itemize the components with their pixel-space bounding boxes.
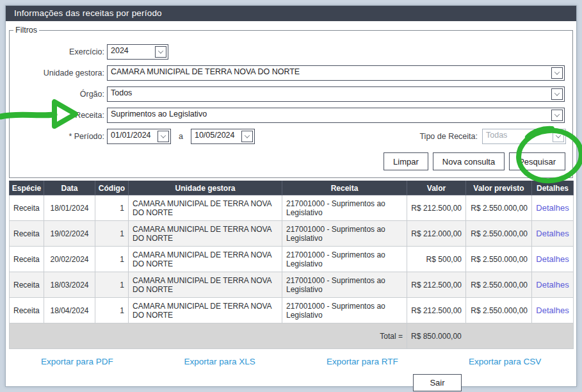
cell-valor: R$ 212.000,00	[407, 221, 466, 247]
chevron-down-icon	[158, 131, 169, 142]
periodo-to-value: 10/05/2024	[191, 129, 240, 143]
header-detalhes: Detalhes	[532, 181, 574, 195]
export-xls-link[interactable]: Exportar para XLS	[149, 357, 291, 366]
header-data: Data	[44, 181, 95, 195]
periodo-to-select[interactable]: 10/05/2024	[191, 129, 255, 144]
cell-codigo: 1	[95, 298, 129, 323]
export-links-row: Exportar para PDF Exportar para XLS Expo…	[6, 357, 576, 366]
nova-consulta-button[interactable]: Nova consulta	[433, 152, 505, 170]
exercicio-value: 2024	[108, 45, 154, 59]
detalhes-link[interactable]: Detalhes	[536, 203, 569, 213]
filter-buttons-row: Limpar Nova consulta Pesquisar	[11, 152, 566, 170]
filters-legend: Filtros	[13, 26, 39, 35]
detalhes-link[interactable]: Detalhes	[536, 280, 569, 290]
header-especie: Espécie	[10, 181, 44, 195]
cell-data: 18/01/2024	[44, 195, 95, 221]
cell-especie: Receita	[10, 298, 44, 323]
cell-unidade-gestora: CAMARA MUNICIPAL DE TERRA NOVA DO NORTE	[129, 298, 282, 323]
table-row: Receita18/04/20241CAMARA MUNICIPAL DE TE…	[10, 298, 574, 323]
chevron-down-icon	[551, 110, 563, 121]
cell-data: 19/02/2024	[44, 221, 95, 247]
tipo-receita-value: Todas	[483, 129, 551, 143]
cell-valor: R$ 500,00	[407, 247, 466, 272]
cell-codigo: 1	[95, 247, 129, 272]
table-row: Receita19/02/20241CAMARA MUNICIPAL DE TE…	[10, 221, 574, 247]
detalhes-link[interactable]: Detalhes	[536, 254, 569, 264]
cell-unidade-gestora: CAMARA MUNICIPAL DE TERRA NOVA DO NORTE	[129, 247, 282, 272]
unidade-gestora-row: Unidade gestora: CAMARA MUNICIPAL DE TER…	[11, 65, 566, 81]
detalhes-link[interactable]: Detalhes	[536, 306, 569, 315]
unidade-gestora-value: CAMARA MUNICIPAL DE TERRA NOVA DO NORTE	[108, 66, 550, 80]
chevron-down-icon	[241, 131, 253, 142]
pesquisar-button[interactable]: Pesquisar	[509, 152, 565, 170]
tipo-receita-label: Tipo de Receita:	[419, 132, 482, 141]
cell-codigo: 1	[95, 195, 129, 221]
orgao-select[interactable]: Todos	[107, 86, 565, 102]
cell-valor-previsto: R$ 2.550.000,00	[466, 195, 532, 221]
sair-button[interactable]: Sair	[413, 374, 462, 391]
detalhes-link[interactable]: Detalhes	[536, 229, 569, 238]
receita-label: Receita:	[11, 111, 107, 120]
cell-valor: R$ 212.500,00	[407, 298, 466, 323]
results-table-body: Receita18/01/20241CAMARA MUNICIPAL DE TE…	[10, 195, 574, 323]
unidade-gestora-select[interactable]: CAMARA MUNICIPAL DE TERRA NOVA DO NORTE	[107, 65, 565, 81]
cell-codigo: 1	[95, 272, 129, 298]
cell-valor-previsto: R$ 2.550.000,00	[466, 247, 532, 272]
chevron-down-icon	[551, 88, 563, 100]
receita-row: Receita: Suprimentos ao Legislativo	[11, 108, 566, 123]
results-table-footer: Total = R$ 850.000,00	[10, 323, 574, 349]
chevron-down-icon	[155, 46, 166, 58]
cell-unidade-gestora: CAMARA MUNICIPAL DE TERRA NOVA DO NORTE	[129, 221, 282, 247]
cell-detalhes: Detalhes	[532, 195, 574, 221]
total-label: Total =	[10, 323, 407, 349]
cell-data: 20/02/2024	[44, 247, 95, 272]
tipo-receita-select[interactable]: Todas	[482, 129, 566, 144]
table-row: Receita18/01/20241CAMARA MUNICIPAL DE TE…	[10, 195, 574, 221]
periodo-from-select[interactable]: 01/01/2024	[107, 129, 171, 144]
cell-especie: Receita	[10, 247, 44, 272]
app-window: Informações das receitas por período Fil…	[5, 5, 577, 387]
export-csv-link[interactable]: Exportar para CSV	[433, 357, 576, 366]
cell-valor-previsto: R$ 2.550.000,00	[466, 221, 532, 247]
table-row: Receita18/03/20241CAMARA MUNICIPAL DE TE…	[10, 272, 574, 298]
exercicio-label: Exercício:	[11, 47, 107, 56]
limpar-button[interactable]: Limpar	[384, 152, 428, 170]
cell-detalhes: Detalhes	[532, 247, 574, 272]
orgao-label: Órgão:	[11, 90, 107, 99]
header-valor-previsto: Valor previsto	[466, 181, 532, 195]
header-unidade-gestora: Unidade gestora	[129, 181, 282, 195]
cell-receita: 217001000 - Suprimentos ao Legislativo	[282, 221, 407, 247]
cell-receita: 217001000 - Suprimentos ao Legislativo	[282, 272, 407, 298]
periodo-label: * Período:	[11, 132, 107, 141]
chevron-down-icon	[553, 131, 564, 142]
header-valor: Valor	[407, 181, 466, 195]
orgao-value: Todos	[108, 87, 550, 101]
tipo-receita-group: Tipo de Receita: Todas	[419, 129, 566, 144]
header-codigo: Código	[95, 181, 129, 195]
export-rtf-link[interactable]: Exportar para RTF	[291, 357, 434, 366]
sair-row: Sair	[6, 374, 576, 391]
cell-codigo: 1	[95, 221, 129, 247]
orgao-row: Órgão: Todos	[11, 86, 566, 102]
cell-valor-previsto: R$ 2.550.000,00	[466, 272, 532, 298]
cell-detalhes: Detalhes	[532, 298, 574, 323]
periodo-row: * Período: 01/01/2024 a 10/05/2024 Tipo …	[11, 129, 566, 144]
cell-data: 18/03/2024	[44, 272, 95, 298]
total-value: R$ 850.000,00	[407, 323, 574, 349]
receita-value: Suprimentos ao Legislativo	[108, 108, 550, 122]
exercicio-row: Exercício: 2024	[11, 44, 566, 60]
cell-valor: R$ 212.500,00	[407, 272, 466, 298]
results-table-header: Espécie Data Código Unidade gestora Rece…	[10, 181, 574, 195]
cell-detalhes: Detalhes	[532, 221, 574, 247]
chevron-down-icon	[551, 67, 563, 79]
cell-unidade-gestora: CAMARA MUNICIPAL DE TERRA NOVA DO NORTE	[129, 272, 282, 298]
periodo-separator: a	[179, 132, 183, 141]
export-pdf-link[interactable]: Exportar para PDF	[6, 357, 149, 366]
receita-select[interactable]: Suprimentos ao Legislativo	[107, 108, 565, 123]
periodo-from-value: 01/01/2024	[108, 129, 156, 143]
cell-especie: Receita	[10, 195, 44, 221]
exercicio-select[interactable]: 2024	[107, 44, 168, 60]
cell-especie: Receita	[10, 272, 44, 298]
cell-data: 18/04/2024	[44, 298, 95, 323]
cell-receita: 217001000 - Suprimentos ao Legislativo	[282, 247, 407, 272]
